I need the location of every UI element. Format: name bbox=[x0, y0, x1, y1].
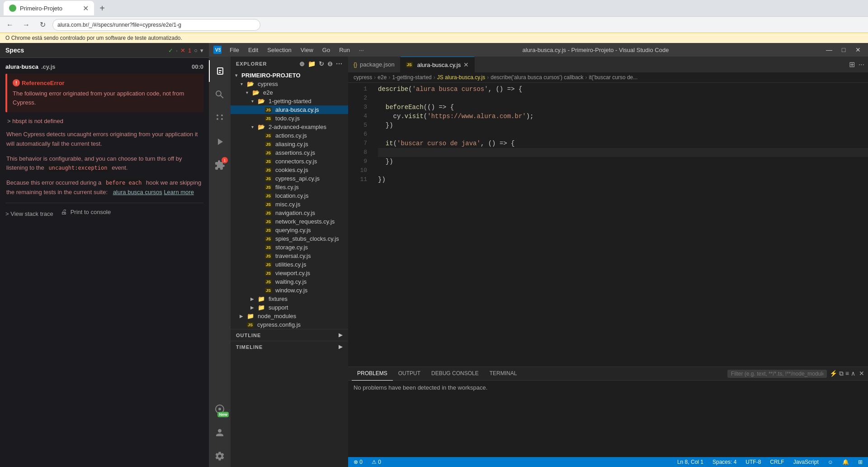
navigation-file[interactable]: JS navigation.cy.js bbox=[231, 209, 348, 217]
more-actions-icon[interactable]: ··· bbox=[336, 60, 343, 67]
new-folder-icon[interactable]: 📁 bbox=[308, 60, 316, 67]
warning-count[interactable]: ⚠ 0 bbox=[370, 459, 383, 465]
menu-file[interactable]: File bbox=[226, 46, 243, 54]
cypress-api-file[interactable]: JS cypress_api.cy.js bbox=[231, 174, 348, 183]
menu-view[interactable]: View bbox=[297, 46, 317, 54]
assertions-file[interactable]: JS assertions.cy.js bbox=[231, 148, 348, 157]
js-file-icon: JS bbox=[265, 279, 272, 285]
terminal-tab[interactable]: TERMINAL bbox=[484, 367, 523, 381]
tab-close-icon[interactable]: ✕ bbox=[463, 61, 469, 68]
new-tab-button[interactable]: + bbox=[96, 2, 108, 14]
explorer-activity-icon[interactable] bbox=[209, 60, 231, 82]
close-button[interactable]: ✕ bbox=[853, 46, 863, 53]
menu-go[interactable]: Go bbox=[319, 46, 334, 54]
spaces[interactable]: Spaces: 4 bbox=[711, 459, 738, 465]
view-stack-trace-row[interactable]: > View stack trace bbox=[5, 210, 53, 217]
network-requests-file[interactable]: JS network_requests.cy.js bbox=[231, 217, 348, 226]
querying-file[interactable]: JS querying.cy.js bbox=[231, 226, 348, 234]
dropdown-icon[interactable]: ▾ bbox=[200, 47, 203, 54]
settings-activity-icon[interactable] bbox=[209, 445, 231, 467]
refresh-explorer-icon[interactable]: ↻ bbox=[319, 60, 325, 67]
debug-activity-icon[interactable] bbox=[209, 131, 231, 152]
package-json-tab[interactable]: {} package.json bbox=[348, 57, 401, 72]
utilities-file[interactable]: JS utilities.cy.js bbox=[231, 260, 348, 269]
menu-run[interactable]: Run bbox=[335, 46, 354, 54]
support-folder[interactable]: ▶ 📁 support bbox=[231, 303, 348, 312]
node-modules-folder[interactable]: ▶ 📁 node_modules bbox=[231, 312, 348, 320]
cypress-activity-icon[interactable]: New bbox=[209, 398, 231, 420]
breadcrumb-describe: describe('alura busca cursos') callback bbox=[491, 74, 583, 81]
menu-more[interactable]: ··· bbox=[355, 46, 368, 54]
fixtures-folder[interactable]: ▶ 📁 fixtures bbox=[231, 295, 348, 303]
refresh-button[interactable]: ↻ bbox=[36, 19, 49, 31]
restore-button[interactable]: □ bbox=[838, 46, 849, 53]
actions-file[interactable]: JS actions.cy.js bbox=[231, 131, 348, 140]
language[interactable]: JavaScript bbox=[792, 459, 821, 465]
source-control-activity-icon[interactable] bbox=[209, 107, 231, 129]
outline-header[interactable]: OUTLINE ▶ bbox=[231, 329, 348, 341]
encoding[interactable]: UTF-8 bbox=[744, 459, 763, 465]
code-content[interactable]: describe('alura busca cursos', () => { b… bbox=[371, 83, 868, 367]
todo-file[interactable]: JS todo.cy.js bbox=[231, 114, 348, 123]
learn-more-link[interactable]: Learn more bbox=[164, 189, 193, 195]
error-count[interactable]: ⊗ 0 bbox=[352, 459, 364, 465]
file-tree: ▾ PRIMEIRO-PROJETO ▾ 📂 cypress ▾ 📂 e2e bbox=[231, 71, 348, 467]
spies-stubs-file[interactable]: JS spies_stubs_clocks.cy.js bbox=[231, 234, 348, 243]
new-file-icon[interactable]: ⊕ bbox=[299, 60, 305, 67]
code-line-6 bbox=[378, 130, 868, 139]
search-activity-icon[interactable] bbox=[209, 84, 231, 105]
getting-started-folder[interactable]: ▾ 📂 1-getting-started bbox=[231, 97, 348, 105]
collapse-all-icon[interactable]: ≡ bbox=[845, 370, 849, 377]
fixtures-label: fixtures bbox=[269, 295, 288, 302]
connectors-file[interactable]: JS connectors.cy.js bbox=[231, 157, 348, 166]
files-file[interactable]: JS files.cy.js bbox=[231, 183, 348, 191]
line-col[interactable]: Ln 8, Col 1 bbox=[675, 459, 705, 465]
waiting-file[interactable]: JS waiting.cy.js bbox=[231, 277, 348, 286]
storage-file[interactable]: JS storage.cy.js bbox=[231, 243, 348, 252]
filter-input[interactable] bbox=[727, 370, 827, 378]
tab-close-icon[interactable]: ✕ bbox=[83, 4, 89, 13]
chevron-right-icon: ▶ bbox=[249, 296, 256, 301]
more-actions-icon[interactable]: ··· bbox=[859, 61, 864, 69]
copy-icon[interactable]: ⧉ bbox=[839, 370, 844, 377]
cypress-config-file[interactable]: JS cypress.config.js bbox=[231, 320, 348, 329]
aliasing-file[interactable]: JS aliasing.cy.js bbox=[231, 140, 348, 148]
eol[interactable]: CRLF bbox=[768, 459, 786, 465]
split-editor-icon[interactable]: ⊞ bbox=[849, 60, 855, 69]
misc-file[interactable]: JS misc.cy.js bbox=[231, 200, 348, 209]
output-tab[interactable]: OUTPUT bbox=[393, 367, 426, 381]
window-file[interactable]: JS window.cy.js bbox=[231, 286, 348, 295]
advanced-examples-folder[interactable]: ▾ 📂 2-advanced-examples bbox=[231, 123, 348, 131]
e2e-folder[interactable]: ▾ 📂 e2e bbox=[231, 88, 348, 97]
layout-icon[interactable]: ⊞ bbox=[856, 459, 864, 465]
location-file[interactable]: JS location.cy.js bbox=[231, 191, 348, 200]
notifications-icon[interactable]: 🔔 bbox=[840, 459, 851, 465]
feedback-icon[interactable]: ☺ bbox=[826, 459, 835, 465]
collapse-icon[interactable]: ⊖ bbox=[327, 60, 333, 67]
address-bar[interactable]: alura.com.br/_/#/specs/runner?file=cypre… bbox=[52, 19, 260, 31]
suite-link[interactable]: alura busca cursos bbox=[113, 189, 162, 195]
project-root[interactable]: ▾ PRIMEIRO-PROJETO bbox=[231, 71, 348, 80]
menu-edit[interactable]: Edit bbox=[245, 46, 262, 54]
alura-busca-tab[interactable]: JS alura-busca.cy.js ✕ bbox=[401, 57, 475, 72]
print-to-console-row[interactable]: 🖨 Print to console bbox=[61, 207, 111, 217]
account-activity-icon[interactable] bbox=[209, 422, 231, 443]
info-block-1: When Cypress detects uncaught errors ori… bbox=[5, 130, 203, 149]
viewport-file[interactable]: JS viewport.cy.js bbox=[231, 269, 348, 277]
minimize-button[interactable]: — bbox=[824, 46, 835, 53]
filter-icon[interactable]: ⚡ bbox=[830, 370, 837, 377]
menu-selection[interactable]: Selection bbox=[264, 46, 295, 54]
forward-button[interactable]: → bbox=[20, 19, 33, 31]
extensions-activity-icon[interactable]: 1 bbox=[209, 154, 231, 176]
cypress-folder[interactable]: ▾ 📂 cypress bbox=[231, 80, 348, 88]
expand-icon[interactable]: ∧ bbox=[851, 370, 855, 377]
alura-busca-file[interactable]: JS alura-busca.cy.js bbox=[231, 105, 348, 114]
cookies-file[interactable]: JS cookies.cy.js bbox=[231, 166, 348, 174]
back-button[interactable]: ← bbox=[4, 19, 16, 31]
timeline-header[interactable]: TIMELINE ▶ bbox=[231, 341, 348, 353]
traversal-file[interactable]: JS traversal.cy.js bbox=[231, 252, 348, 260]
problems-tab[interactable]: PROBLEMS bbox=[352, 367, 393, 381]
close-panel-button[interactable]: ✕ bbox=[859, 370, 864, 377]
debug-console-tab[interactable]: DEBUG CONSOLE bbox=[426, 367, 484, 381]
browser-tab-active[interactable]: Primeiro-Projeto ✕ bbox=[4, 1, 94, 15]
